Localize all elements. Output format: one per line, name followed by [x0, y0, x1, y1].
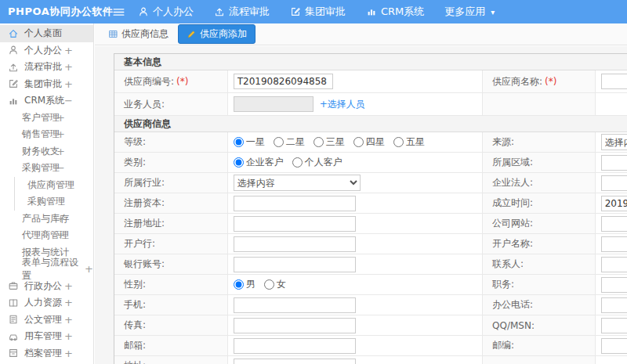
level-radio-input[interactable]: [234, 137, 244, 147]
company-website-input[interactable]: [601, 216, 627, 232]
header-menu-item-2[interactable]: 流程审批: [214, 5, 270, 19]
mobile-input[interactable]: [234, 297, 356, 313]
sidebar-item-sales-mgmt[interactable]: 销售管理+: [0, 126, 93, 143]
sidebar-item-process-approval[interactable]: 流程审批+: [0, 59, 93, 76]
level-radio-5[interactable]: 五星: [393, 135, 425, 149]
gender-radio-input[interactable]: [264, 279, 274, 290]
industry-select[interactable]: 选择内容: [234, 175, 361, 191]
tab-supplier-info-tab[interactable]: 供应商信息: [103, 25, 173, 43]
sidebar-item-vehicle-mgmt[interactable]: 用车管理+: [0, 328, 93, 345]
edit-square-icon: [290, 6, 301, 17]
header-menu-item-4[interactable]: CRM系统: [366, 5, 424, 19]
mobile-label: 手机:: [124, 298, 146, 312]
tab-supplier-add-tab[interactable]: 供应商添加: [178, 24, 256, 44]
position-input[interactable]: [601, 277, 627, 293]
required-marker: (*): [176, 76, 188, 87]
business-person-label: 业务人员:: [124, 98, 165, 111]
office-phone-input[interactable]: [601, 297, 627, 313]
sidebar-item-personal-desktop[interactable]: 个人桌面: [0, 25, 93, 42]
expand-toggle-icon[interactable]: +: [64, 330, 73, 342]
account-name-input[interactable]: [601, 236, 627, 252]
registered-capital-input[interactable]: [234, 196, 356, 211]
expand-toggle-icon[interactable]: +: [64, 314, 73, 326]
gender-radio-input[interactable]: [234, 279, 244, 290]
header-menu-item-5[interactable]: 更多应用▾: [444, 5, 495, 19]
category-radio-2[interactable]: 个人客户: [292, 156, 342, 169]
form-row: 性别:男女职务:: [114, 275, 627, 295]
gender-radio-2[interactable]: 女: [264, 278, 286, 291]
expand-toggle-icon[interactable]: +: [64, 61, 73, 73]
founded-date-input[interactable]: [601, 196, 627, 211]
category-radio-input[interactable]: [234, 157, 244, 168]
level-radio-1[interactable]: 一星: [234, 135, 265, 149]
level-radio-2[interactable]: 二星: [274, 135, 305, 149]
sidebar-item-supplier-mgmt[interactable]: 供应商管理: [14, 177, 93, 194]
mobile-label-cell: 手机:: [114, 295, 228, 315]
sidebar-item-admin-office[interactable]: 行政办公+: [0, 278, 93, 295]
expand-toggle-icon[interactable]: −: [56, 162, 65, 174]
expand-toggle-icon[interactable]: +: [64, 45, 73, 56]
bank-account-input[interactable]: [234, 257, 356, 272]
expand-toggle-icon[interactable]: +: [64, 280, 73, 292]
founded-date-field-cell: [596, 193, 627, 213]
expand-toggle-icon[interactable]: +: [85, 263, 93, 275]
sidebar-item-agent-mgmt[interactable]: 代理商管理+: [0, 227, 93, 244]
sidebar-item-document-mgmt[interactable]: 公文管理+: [0, 312, 93, 329]
expand-toggle-icon[interactable]: −: [64, 95, 73, 106]
position-label: 职务:: [492, 278, 514, 291]
sidebar-item-form-flow-setting[interactable]: 表单与流程设置+: [0, 261, 93, 278]
region-field-cell: [596, 153, 627, 172]
sidebar-item-personal-office[interactable]: 个人办公+: [0, 42, 93, 59]
category-radio-1[interactable]: 企业客户: [234, 156, 284, 169]
source-select[interactable]: 选择内容: [601, 134, 627, 150]
level-radio-input[interactable]: [274, 137, 284, 147]
expand-toggle-icon[interactable]: +: [64, 78, 73, 90]
zip-code-input[interactable]: [601, 338, 627, 354]
category-radio-input[interactable]: [292, 157, 303, 168]
level-radio-4[interactable]: 四星: [353, 135, 385, 149]
expand-toggle-icon[interactable]: +: [64, 297, 73, 308]
header-menu-item-3[interactable]: 集团审批: [290, 5, 346, 19]
fax-input[interactable]: [234, 318, 356, 333]
level-radio-3[interactable]: 三星: [314, 135, 345, 149]
sidebar-item-crm-system[interactable]: CRM系统−: [0, 92, 93, 110]
region-input[interactable]: [601, 155, 627, 171]
sidebar-item-label: 人力资源: [24, 296, 62, 309]
sidebar-item-product-stock[interactable]: 产品与库存+: [0, 211, 93, 228]
sidebar-item-customer-mgmt[interactable]: 客户管理+: [0, 110, 93, 127]
address-input[interactable]: [234, 359, 356, 364]
sidebar-item-human-resource[interactable]: 人力资源+: [0, 294, 93, 312]
form-row: 传真:QQ/MSN:: [114, 315, 627, 336]
gender-radio-1[interactable]: 男: [234, 278, 256, 291]
account-name-field-cell: [596, 234, 627, 254]
sidebar-item-purchase-mgmt[interactable]: 采购管理−: [0, 160, 93, 177]
expand-toggle-icon[interactable]: +: [56, 128, 65, 140]
qq-msn-input[interactable]: [601, 318, 627, 333]
business-person-input[interactable]: [234, 96, 314, 112]
registered-address-input[interactable]: [234, 216, 356, 232]
business-person-picker-link[interactable]: +选择人员: [320, 98, 365, 111]
empty-field-cell: [596, 93, 627, 115]
sidebar-item-finance-inout[interactable]: 财务收支+: [0, 143, 93, 160]
bank-branch-input[interactable]: [234, 236, 356, 252]
sidebar-item-archive-mgmt[interactable]: 档案管理+: [0, 345, 93, 362]
expand-toggle-icon[interactable]: +: [64, 348, 73, 359]
edit-square-icon: [8, 78, 19, 89]
legal-person-input[interactable]: [601, 175, 627, 191]
expand-toggle-icon[interactable]: +: [56, 146, 65, 157]
expand-toggle-icon[interactable]: +: [56, 229, 65, 241]
sidebar-item-purchasing[interactable]: 采购管理: [14, 193, 93, 211]
supplier-name-input[interactable]: [601, 74, 627, 89]
email-input[interactable]: [234, 338, 356, 354]
tab-bar: 供应商信息供应商添加: [95, 23, 627, 45]
level-radio-input[interactable]: [314, 137, 324, 147]
expand-toggle-icon[interactable]: +: [56, 112, 65, 124]
expand-toggle-icon[interactable]: +: [56, 213, 65, 225]
level-radio-input[interactable]: [393, 137, 404, 147]
sidebar-item-group-approval[interactable]: 集团审批+: [0, 76, 93, 93]
header-menu-item-1[interactable]: 个人办公: [138, 5, 194, 19]
hamburger-icon[interactable]: [112, 5, 125, 19]
supplier-code-input[interactable]: [234, 74, 333, 89]
contact-person-input[interactable]: [601, 257, 627, 272]
level-radio-input[interactable]: [353, 137, 364, 147]
